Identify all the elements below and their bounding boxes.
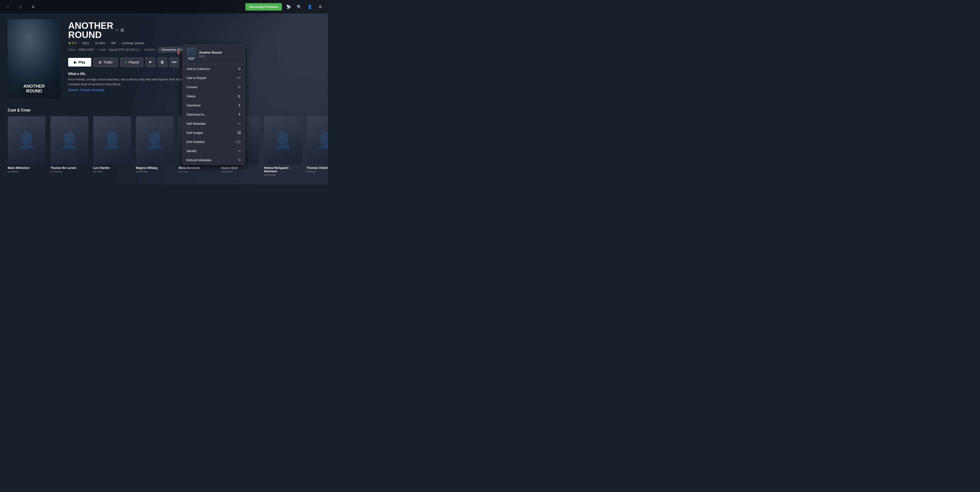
favorite-button[interactable]: ♥ [145, 58, 155, 67]
movie-year: 2021 [82, 42, 89, 45]
image-button[interactable]: 🖼 [121, 28, 124, 32]
cast-name: Thomas Bo Larsen [51, 166, 88, 169]
more-button[interactable]: ••• [170, 58, 179, 67]
cast-name: Lars Ranthe [93, 166, 131, 169]
play-button[interactable]: ▶ Play [68, 58, 91, 67]
movie-poster: ANOTHER ROUND [8, 19, 60, 99]
star-icon: ★ [68, 42, 71, 45]
context-menu-header: ANOTHERROUND Another Round 2021 [183, 45, 245, 64]
cast-role: Director [307, 170, 328, 173]
settings-button[interactable]: ⚙ [317, 3, 324, 11]
arrow-indicator: ⬆ [177, 50, 182, 56]
nav-left: ← ⌂ ≡ [4, 2, 37, 11]
cast-role: as Amalie [264, 173, 302, 176]
cast-button[interactable]: 📡 [285, 3, 293, 11]
navbar: ← ⌂ ≡ Get Emby Premiere 📡 🔍 👤 ⚙ [0, 0, 328, 13]
context-menu-item[interactable]: Add to Playlist≡+ [183, 73, 245, 82]
context-movie-title: Another Round [199, 51, 222, 54]
context-menu-item[interactable]: Convert↻ [183, 82, 245, 91]
cast-card[interactable]: 👤 Lars Ranthe as Peter [93, 116, 131, 176]
movie-title: ANOTHER ROUND ✏ 🖼 [68, 21, 320, 39]
cast-card[interactable]: 👤 Thomas Vinterberg Director [307, 116, 328, 176]
context-menu-item[interactable]: Edit Metadata✏ [183, 119, 245, 128]
audio-label: Audio: [99, 48, 107, 51]
cast-name: Maria Bonnevie [179, 166, 216, 169]
cast-photo: 👤 [264, 116, 302, 165]
movie-duration: 1h 56m [95, 42, 105, 45]
back-button[interactable]: ← [4, 2, 13, 11]
director-name: Thomas Vinterberg [80, 88, 104, 92]
context-menu-item[interactable]: Delete🗑 [183, 91, 245, 101]
title-icons: ✏ 🖼 [116, 28, 124, 32]
context-menu-item[interactable]: Add to Collection⊞ [183, 64, 245, 73]
rating-value: ★ 7.7 [68, 42, 76, 45]
search-button[interactable]: 🔍 [295, 3, 303, 11]
cast-name: Thomas Vinterberg [307, 166, 328, 169]
cast-name: Mads Mikkelsen [8, 166, 46, 169]
context-menu-item[interactable]: Edit Images🖼 [183, 128, 245, 137]
check-icon: ✔ [124, 60, 127, 64]
cast-name: Magnus Millang [136, 166, 174, 169]
cast-role: as Peter [93, 170, 131, 173]
cast-role: as Martin [8, 170, 46, 173]
context-menu-item[interactable]: Edit SubtitlesCC [183, 137, 245, 146]
context-menu-item[interactable]: Refresh Metadata↻ [183, 155, 245, 165]
play-icon: ▶ [74, 60, 76, 64]
cast-name: Helene Reingaard Neumann [264, 166, 302, 173]
home-button[interactable]: ⌂ [16, 2, 25, 11]
trailer-button[interactable]: ⊞ Trailer [94, 58, 118, 67]
poster-title: ANOTHER ROUND [24, 84, 45, 94]
context-thumb: ANOTHERROUND [186, 48, 196, 61]
cast-name: Susse Wold [221, 166, 259, 169]
cast-card[interactable]: 👤 Mads Mikkelsen as Martin [8, 116, 46, 176]
menu-button[interactable]: ≡ [29, 2, 37, 11]
movie-genres: Comedy, Drama [122, 42, 144, 45]
audio-value: Danish DTS-HD MA 5.1 [109, 48, 139, 51]
premiere-button[interactable]: Get Emby Premiere [245, 3, 282, 11]
trailer-icon: ⊞ [99, 60, 102, 64]
cast-grid: 👤 Mads Mikkelsen as Martin 👤 Thomas Bo L… [8, 116, 320, 176]
user-button[interactable]: 👤 [306, 3, 313, 11]
cast-card[interactable]: 👤 Helene Reingaard Neumann as Amalie [264, 116, 302, 176]
cast-role: as Tommy [51, 170, 88, 173]
cast-photo: 👤 [136, 116, 174, 165]
cast-role: as Trine [179, 170, 216, 173]
subtitles-label: Subtitles: [144, 48, 156, 51]
movie-rating-code: NR [111, 42, 116, 45]
cast-section-title: Cast & Crew [8, 108, 320, 112]
main-content: ANOTHER ROUND ANOTHER ROUND ✏ 🖼 ★ 7.7 • … [0, 13, 328, 104]
cast-section: Cast & Crew 👤 Mads Mikkelsen as Martin 👤… [0, 104, 328, 184]
context-menu-item[interactable]: Download⬇ [183, 101, 245, 110]
poster-figure [8, 19, 60, 84]
cast-card[interactable]: 👤 Thomas Bo Larsen as Tommy [51, 116, 88, 176]
context-menu-items: Add to Collection⊞Add to Playlist≡+Conve… [183, 64, 245, 165]
played-button[interactable]: ✔ Played [120, 58, 143, 67]
cast-card[interactable]: 👤 Magnus Millang as Nikolaj [136, 116, 174, 176]
cast-photo: 👤 [307, 116, 328, 165]
delete-button[interactable]: 🗑 [158, 58, 167, 67]
cast-role: as Rektor [221, 170, 259, 173]
video-value: 1080p H264 [78, 48, 94, 51]
edit-title-button[interactable]: ✏ [116, 28, 119, 32]
context-menu-item[interactable]: Download to...⬇ [183, 110, 245, 119]
context-menu-item[interactable]: Identify✏ [183, 146, 245, 155]
cast-photo: 👤 [93, 116, 131, 165]
context-menu: ANOTHERROUND Another Round 2021 Add to C… [183, 45, 245, 165]
cast-photo: 👤 [8, 116, 46, 165]
cast-role: as Nikolaj [136, 170, 174, 173]
context-movie-year: 2021 [199, 55, 222, 58]
nav-right: Get Emby Premiere 📡 🔍 👤 ⚙ [245, 3, 324, 11]
video-label: Video: [68, 48, 76, 51]
cast-photo: 👤 [51, 116, 88, 165]
